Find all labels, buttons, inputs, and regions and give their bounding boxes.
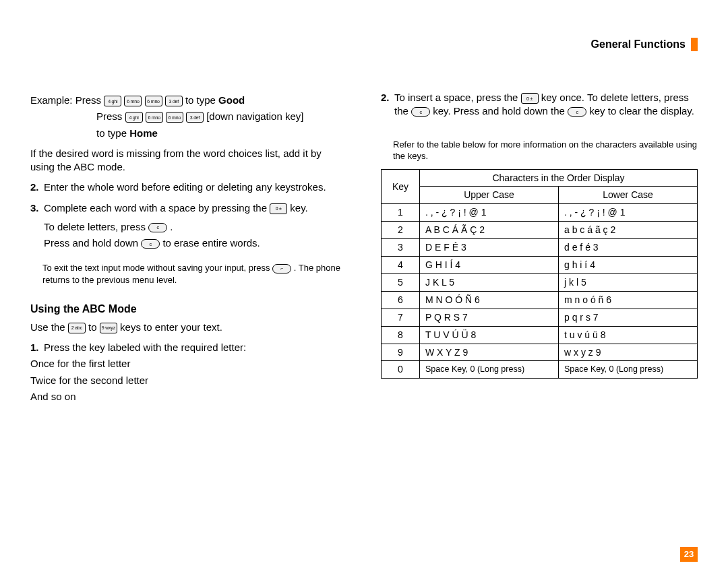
page: General Functions Example: Press 4 ghi 6… [0, 0, 728, 582]
text: key. [290, 202, 307, 214]
key-4-icon: 4 ghi [125, 112, 143, 123]
table-row: 3D E F É 3d e f é 3 [382, 239, 698, 257]
cell-lower: p q r s 7 [559, 309, 698, 326]
key-9-icon: 9 wxyz [100, 323, 117, 333]
cell-upper: Space Key, 0 (Long press) [420, 361, 559, 379]
list-item-3: 3. Complete each word with a space by pr… [30, 201, 347, 215]
th-upper: Upper Case [420, 187, 559, 204]
right-column: 2. To insert a space, press the 0 ± key … [381, 91, 698, 406]
key-6-icon: 6 mno [146, 112, 163, 123]
key-0-icon: 0 ± [270, 203, 287, 214]
cell-lower: w x y z 9 [559, 344, 698, 361]
cell-key: 5 [382, 273, 420, 291]
table-body: 1. , - ¿ ? ¡ ! @ 1. , - ¿ ? ¡ ! @ 1 2A B… [382, 204, 698, 379]
text: To insert a space, press the [394, 92, 518, 103]
key-c-icon: c [148, 223, 167, 232]
cell-lower: g h i í 4 [559, 257, 698, 274]
right-list-item-2: 2. To insert a space, press the 0 ± key … [381, 91, 698, 119]
content-columns: Example: Press 4 ghi 6 mno 6 mno 3 def t… [30, 91, 698, 406]
text: to erase entire words. [162, 237, 260, 249]
text: to type [96, 127, 127, 139]
key-c-icon: c [141, 239, 160, 249]
key-6-icon: 6 mno [124, 96, 142, 106]
table-row: 9W X Y Z 9w x y z 9 [382, 344, 698, 361]
cell-lower: j k l 5 [559, 273, 698, 291]
cell-key: 9 [382, 344, 420, 361]
example-line-3: to type Home [96, 127, 347, 140]
list-item-2: 2. Enter the whole word before editing o… [30, 181, 347, 194]
cell-key: 2 [382, 222, 420, 239]
text: [down navigation key] [206, 110, 303, 122]
cell-upper: . , - ¿ ? ¡ ! @ 1 [420, 204, 559, 222]
cell-upper: J K L 5 [420, 273, 559, 291]
key-6-icon: 6 mno [145, 96, 162, 106]
text: to type [185, 94, 216, 106]
delete-letters-line: To delete letters, press c . [44, 220, 347, 234]
cell-lower: m n o ó ñ 6 [559, 291, 698, 309]
text: To exit the text input mode without savi… [42, 263, 270, 273]
item-text: Complete each word with a space by press… [44, 201, 347, 215]
example-line-2: Press 4 ghi 6 mno 6 mno 3 def [down navi… [96, 110, 347, 123]
key-6-icon: 6 mno [166, 112, 183, 123]
text: To delete letters, press [44, 221, 146, 232]
cell-lower: t u v ú ü 8 [559, 326, 698, 344]
abc-use-line: Use the 2 abc to 9 wxyz keys to enter yo… [30, 321, 347, 334]
item-text: To insert a space, press the 0 ± key onc… [394, 91, 698, 119]
left-column: Example: Press 4 ghi 6 mno 6 mno 3 def t… [30, 91, 347, 406]
cell-upper: P Q R S 7 [420, 309, 559, 326]
table-row: 1. , - ¿ ? ¡ ! @ 1. , - ¿ ? ¡ ! @ 1 [382, 204, 698, 222]
text: key. Press and hold down the [433, 105, 565, 117]
cell-upper: T U V Ú Ü 8 [420, 326, 559, 344]
cell-upper: D E F É 3 [420, 239, 559, 257]
cell-upper: W X Y Z 9 [420, 344, 559, 361]
cell-lower: d e f é 3 [559, 239, 698, 257]
cell-key: 7 [382, 309, 420, 326]
character-table: Key Characters in the Order Display Uppe… [381, 169, 698, 379]
item-number: 2. [30, 181, 44, 194]
table-row: 7P Q R S 7p q r s 7 [382, 309, 698, 326]
table-row: 6M N O Ó Ñ 6m n o ó ñ 6 [382, 291, 698, 309]
key-3-icon: 3 def [186, 112, 204, 123]
item-text: Enter the whole word before editing or d… [44, 181, 347, 194]
cell-key: 1 [382, 204, 420, 222]
text: to [88, 321, 97, 333]
item-number: 1. [30, 341, 44, 354]
key-3-icon: 3 def [165, 96, 183, 106]
text: Press and hold down [44, 237, 138, 249]
cell-key: 0 [382, 361, 420, 379]
header-accent-bar [691, 38, 698, 51]
item-text: Press the key labeled with the required … [44, 341, 347, 354]
label: Press [96, 110, 122, 122]
page-number-badge: 23 [680, 547, 698, 562]
cell-key: 8 [382, 326, 420, 344]
key-c-icon: c [411, 107, 430, 117]
cell-key: 3 [382, 239, 420, 257]
th-chars: Characters in the Order Display [420, 169, 698, 187]
text: Complete each word with a space by press… [44, 202, 267, 214]
example-line-1: Example: Press 4 ghi 6 mno 6 mno 3 def t… [30, 94, 347, 107]
abc-mode-heading: Using the ABC Mode [30, 302, 347, 317]
erase-words-line: Press and hold down c to erase entire wo… [44, 236, 347, 250]
cell-lower: a b c á ã ç 2 [559, 222, 698, 239]
th-lower: Lower Case [559, 187, 698, 204]
table-row: 0Space Key, 0 (Long press)Space Key, 0 (… [382, 361, 698, 379]
cell-upper: G H I Í 4 [420, 257, 559, 274]
table-row: 8T U V Ú Ü 8t u v ú ü 8 [382, 326, 698, 344]
cell-key: 4 [382, 257, 420, 274]
table-row: 2A B C Á Ã Ç 2a b c á ã ç 2 [382, 222, 698, 239]
abc-andso-line: And so on [30, 390, 347, 403]
abc-twice-line: Twice for the second letter [30, 374, 347, 387]
page-header: General Functions [591, 37, 698, 52]
header-title: General Functions [591, 37, 686, 52]
abc-once-line: Once for the first letter [30, 357, 347, 370]
text: keys to enter your text. [120, 321, 222, 333]
key-0-icon: 0 ± [521, 93, 539, 104]
abc-list-item-1: 1. Press the key labeled with the requir… [30, 341, 347, 354]
cell-upper: M N O Ó Ñ 6 [420, 291, 559, 309]
text: . [170, 221, 173, 232]
key-2-icon: 2 abc [68, 323, 86, 333]
word-home: Home [129, 127, 158, 139]
cell-lower: . , - ¿ ? ¡ ! @ 1 [559, 204, 698, 222]
th-key: Key [382, 169, 420, 204]
cell-lower: Space Key, 0 (Long press) [559, 361, 698, 379]
